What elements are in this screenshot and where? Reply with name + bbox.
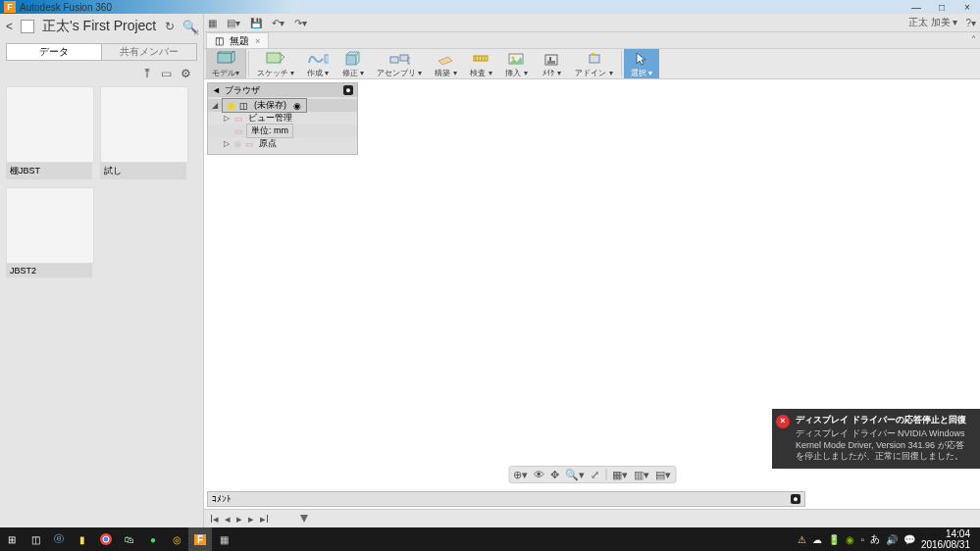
line-icon[interactable]: ● xyxy=(141,527,165,551)
tray-nvidia-icon[interactable]: ◉ xyxy=(846,534,854,545)
refresh-icon[interactable]: ↻ xyxy=(165,20,175,33)
taskbar-clock[interactable]: 14:04 2016/08/31 xyxy=(921,528,976,550)
upload-icon[interactable]: ⤒ xyxy=(142,67,152,80)
create-button[interactable]: 作成 ▾ xyxy=(300,49,335,78)
tray-action-center-icon[interactable]: 💬 xyxy=(903,534,915,545)
inspect-button[interactable]: 検査 ▾ xyxy=(463,49,498,78)
pan-icon[interactable]: ✥ xyxy=(550,469,559,481)
start-button[interactable]: ⊞ xyxy=(0,527,24,551)
tray-onedrive-icon[interactable]: ☁ xyxy=(812,534,822,545)
window-minimize-button[interactable]: — xyxy=(903,0,929,14)
sketch-icon xyxy=(265,50,286,68)
tab-members[interactable]: 共有メンバー xyxy=(102,43,197,61)
browser-title: ブラウザ xyxy=(225,84,260,97)
look-at-icon[interactable]: 👁 xyxy=(534,469,544,480)
file-menu-icon[interactable]: ▤▾ xyxy=(227,18,240,28)
notification-close-icon[interactable]: × xyxy=(776,415,790,428)
timeline-forward-icon[interactable]: ▸ xyxy=(248,513,254,526)
zoom-icon[interactable]: 🔍▾ xyxy=(565,469,585,481)
svg-rect-6 xyxy=(408,58,410,64)
new-folder-icon[interactable]: ▭ xyxy=(161,67,172,80)
svg-rect-17 xyxy=(590,55,599,63)
redo-icon[interactable]: ↷▾ xyxy=(294,18,307,28)
fusion-taskbar-icon[interactable]: F xyxy=(188,527,212,551)
timeline-marker[interactable] xyxy=(300,515,308,523)
tree-root[interactable]: ◢ ◉ ◫ (未保存) ◉ xyxy=(208,99,357,112)
modify-button[interactable]: 修正 ▾ xyxy=(335,49,371,78)
browser-collapse-icon[interactable]: ◄ xyxy=(212,85,221,95)
svg-rect-18 xyxy=(592,53,594,56)
document-tab[interactable]: ◫ 無題 × xyxy=(206,32,269,48)
grid-settings-icon[interactable]: ▥▾ xyxy=(634,469,649,481)
timeline-end-icon[interactable]: ▸I xyxy=(260,513,269,526)
radio-icon[interactable]: ◉ xyxy=(291,100,302,111)
viewport-icon[interactable]: ▤▾ xyxy=(655,469,671,481)
make-button[interactable]: ﾒｲｸ ▾ xyxy=(534,49,569,78)
taskview-icon[interactable]: ◫ xyxy=(24,527,47,551)
timeline-play-icon[interactable]: ▸ xyxy=(236,513,242,526)
explorer-icon[interactable]: ▮ xyxy=(71,527,94,551)
settings-icon[interactable]: ⚙ xyxy=(181,67,191,80)
fit-icon[interactable]: ⤢ xyxy=(591,469,599,481)
chrome-icon[interactable] xyxy=(94,527,118,551)
edge-icon[interactable]: ⓔ xyxy=(47,527,71,551)
sketch-button[interactable]: スケッチ ▾ xyxy=(251,49,300,78)
select-button[interactable]: 選択 ▾ xyxy=(624,49,659,78)
comments-panel[interactable]: ｺﾒﾝﾄ ● xyxy=(207,491,805,507)
construct-button[interactable]: 構築 ▾ xyxy=(428,49,463,78)
window-close-button[interactable]: × xyxy=(954,0,980,14)
display-style-icon[interactable]: ▦▾ xyxy=(612,469,628,481)
insert-button[interactable]: 挿入 ▾ xyxy=(498,49,534,78)
comments-pin-icon[interactable]: ● xyxy=(791,494,800,504)
units-icon: ▭ xyxy=(233,125,244,136)
timeline-back-icon[interactable]: ◂ xyxy=(225,513,231,526)
expand-ribbon-icon[interactable]: ˄ xyxy=(971,34,976,45)
save-icon[interactable]: 💾 xyxy=(250,18,262,28)
calculator-icon[interactable]: ▦ xyxy=(212,527,235,551)
workspace-model-button[interactable]: モデル▾ xyxy=(206,49,246,78)
timeline-start-icon[interactable]: I◂ xyxy=(210,513,219,526)
tree-arrow-icon[interactable]: ▷ xyxy=(222,114,232,123)
tray-network-icon[interactable]: ▫ xyxy=(860,534,864,545)
tree-arrow-icon[interactable]: ◢ xyxy=(210,101,220,110)
window-maximize-button[interactable]: □ xyxy=(929,0,954,14)
app-icon[interactable]: ◎ xyxy=(165,527,188,551)
tab-data[interactable]: データ xyxy=(6,43,102,61)
cursor-icon xyxy=(631,50,652,68)
ribbon-label: アドイン ▾ xyxy=(575,68,612,78)
doc-tab-close-icon[interactable]: × xyxy=(255,36,260,46)
design-thumb[interactable]: JBST2 xyxy=(6,187,92,277)
addin-icon xyxy=(584,50,605,68)
project-back-button[interactable]: < xyxy=(6,20,13,33)
tree-node-origin[interactable]: ▷ ◉ ▭ 原点 xyxy=(208,137,357,150)
canvas[interactable]: ◄ ブラウザ ● ◢ ◉ ◫ (未保存) ◉ xyxy=(204,79,980,491)
help-icon[interactable]: ?▾ xyxy=(965,18,976,28)
tree-label: 単位: mm xyxy=(246,124,293,138)
panel-close-icon[interactable]: × xyxy=(193,27,199,38)
undo-icon[interactable]: ↶▾ xyxy=(272,18,284,28)
svg-rect-4 xyxy=(390,57,398,63)
orbit-icon[interactable]: ⊕▾ xyxy=(513,469,528,481)
thumb-caption: 試し xyxy=(100,163,186,179)
design-thumb[interactable]: 試し xyxy=(100,86,186,179)
store-icon[interactable]: 🛍 xyxy=(118,527,141,551)
ribbon-label: 構築 ▾ xyxy=(435,68,456,78)
ribbon-label: ﾒｲｸ ▾ xyxy=(542,69,560,77)
tray-volume-icon[interactable]: 🔊 xyxy=(886,534,898,545)
clock-time: 14:04 xyxy=(921,528,970,539)
addin-button[interactable]: アドイン ▾ xyxy=(569,49,618,78)
tree-node-units[interactable]: ▭ 単位: mm xyxy=(208,125,357,137)
user-name[interactable]: 正太 加美 ▾ xyxy=(908,16,958,29)
bulb-icon[interactable]: ◉ xyxy=(233,138,242,149)
grid-icon[interactable]: ▦ xyxy=(208,18,217,28)
design-thumb[interactable]: 棚JBST xyxy=(6,86,92,179)
tray-warning-icon[interactable]: ⚠ xyxy=(798,534,806,545)
ribbon-toolbar: モデル▾ スケッチ ▾ 作成 ▾ 修正 ▾ アセンブリ ▾ 構築 ▾ xyxy=(204,49,980,79)
plane-icon xyxy=(435,50,456,68)
tray-battery-icon[interactable]: 🔋 xyxy=(828,534,840,545)
tray-ime-icon[interactable]: あ xyxy=(870,532,880,546)
bulb-icon[interactable]: ◉ xyxy=(227,100,235,111)
tree-arrow-icon[interactable]: ▷ xyxy=(222,139,232,148)
browser-pin-icon[interactable]: ● xyxy=(343,85,353,95)
assembly-button[interactable]: アセンブリ ▾ xyxy=(371,49,428,78)
